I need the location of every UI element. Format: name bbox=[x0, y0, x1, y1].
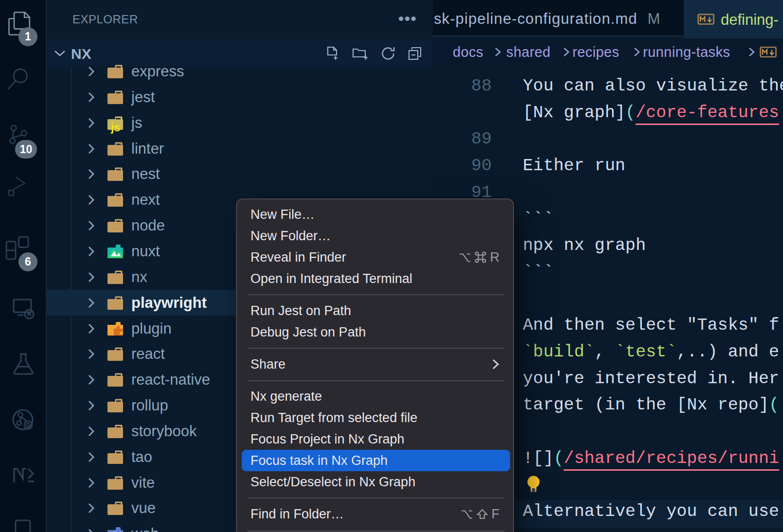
svg-text:js: js bbox=[110, 121, 120, 134]
